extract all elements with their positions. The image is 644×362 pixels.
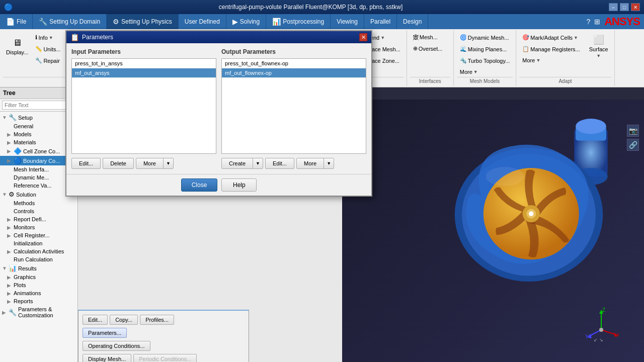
output-btn-row: Create ▼ Edit... More ▼: [221, 158, 366, 169]
display-button[interactable]: 🖥 Display...: [3, 32, 31, 60]
menu-tab-postprocessing[interactable]: 📊 Postprocessing: [266, 14, 331, 29]
display-mesh-button[interactable]: Display Mesh...: [83, 354, 131, 362]
output-params-header: Output Parameters: [221, 48, 366, 55]
tree-item-methods[interactable]: Methods: [0, 199, 77, 207]
minimize-button[interactable]: –: [609, 3, 618, 11]
tree-item-plots[interactable]: ▶ Plots: [0, 281, 77, 289]
copy-bc-button[interactable]: Copy...: [110, 315, 138, 325]
edit-bc-button[interactable]: Edit...: [83, 315, 108, 325]
dynamic-mesh-button[interactable]: 🌀 Dynamic Mesh...: [457, 32, 513, 43]
turbo-topology-button[interactable]: 🔩 Turbo Topology...: [457, 55, 513, 66]
axis-svg: Z X Y ↙ ↘: [584, 307, 619, 342]
tree-item-controls[interactable]: Controls: [0, 207, 77, 215]
tree-item-monitors[interactable]: ▶ Monitors: [0, 223, 77, 231]
output-more-button[interactable]: More: [297, 158, 324, 168]
cell-zone-icon: 🔷: [14, 147, 22, 155]
output-create-button[interactable]: Create: [222, 158, 253, 168]
menu-tab-viewing[interactable]: Viewing: [331, 14, 364, 29]
solution-expand-icon: ▼: [2, 192, 7, 197]
mesh-iface-icon: 🕸: [413, 34, 419, 40]
tree-filter-input[interactable]: [2, 101, 75, 110]
mark-icon: 🎯: [522, 34, 529, 41]
tree-item-reports[interactable]: ▶ Reports: [0, 297, 77, 305]
profiles-button[interactable]: Profiles...: [140, 315, 174, 325]
tree-item-results[interactable]: ▼ 📊 Results: [0, 263, 77, 273]
output-more-group: More ▼: [296, 158, 334, 169]
menu-tab-solving[interactable]: ▶ Solving: [226, 14, 266, 29]
bc-display-row: Display Mesh... Periodic Conditions...: [83, 354, 245, 362]
turbo-icon: 🔩: [460, 57, 467, 64]
help-icon[interactable]: ?: [586, 18, 590, 26]
output-param-item-1[interactable]: mf_out_flownex-op: [222, 68, 366, 78]
ribbon-adapt-group: 🎯 Mark/Adapt Cells ▼ 📋 Manage Registers.…: [516, 30, 614, 86]
input-params-list[interactable]: press_tot_in_ansys mf_out_ansys: [71, 58, 216, 154]
output-create-arrow[interactable]: ▼: [253, 158, 263, 168]
menu-tab-file[interactable]: 📄 File: [0, 14, 33, 29]
bc-params-row: Parameters...: [83, 328, 245, 338]
menu-tab-user-defined[interactable]: User Defined: [179, 14, 226, 29]
mark-adapt-button[interactable]: 🎯 Mark/Adapt Cells ▼: [519, 32, 583, 43]
input-param-item-1[interactable]: mf_out_ansys: [72, 68, 216, 78]
window-close-button[interactable]: ✕: [631, 3, 640, 11]
output-edit-button[interactable]: Edit...: [265, 158, 294, 169]
window-title: centrifugal-pump-volute Parallel Fluent@…: [13, 4, 609, 11]
mark-arrow: ▼: [574, 35, 578, 40]
input-more-arrow[interactable]: ▼: [164, 158, 173, 168]
3d-viewport[interactable]: 📷 🔗 Z X Y: [342, 100, 644, 362]
menu-tab-setup-domain[interactable]: 🔧 Setting Up Domain: [33, 14, 107, 29]
help-button[interactable]: Help: [221, 178, 257, 192]
close-button[interactable]: Close: [181, 178, 218, 192]
output-more-arrow[interactable]: ▼: [324, 158, 334, 168]
display-icon: 🖥: [13, 38, 22, 48]
tree-item-graphics[interactable]: ▶ Graphics: [0, 273, 77, 281]
operating-conditions-button[interactable]: Operating Conditions...: [83, 341, 150, 351]
tree-item-initialization[interactable]: Initialization: [0, 239, 77, 247]
menu-tab-design[interactable]: Design: [397, 14, 428, 29]
overset-icon: ⊕: [413, 45, 418, 52]
parameters-dialog: 📋 Parameters ✕ Input Parameters press_to…: [65, 30, 372, 197]
pump-3d-view: [443, 110, 634, 301]
params-dialog-close[interactable]: ✕: [359, 33, 367, 41]
surface-icon: ⬜: [593, 34, 604, 45]
parameters-button[interactable]: Parameters...: [83, 328, 127, 338]
svg-text:Y: Y: [585, 334, 589, 339]
input-params-column: Input Parameters press_tot_in_ansys mf_o…: [71, 48, 216, 169]
tree-item-report-def[interactable]: ▶ Report Defi...: [0, 215, 77, 223]
input-more-button[interactable]: More: [136, 158, 164, 168]
setup-icon: 🔧: [9, 114, 17, 121]
maximize-button[interactable]: □: [620, 3, 629, 11]
postprocessing-icon: 📊: [272, 18, 281, 26]
link-button[interactable]: 🔗: [627, 139, 639, 151]
manage-registers-button[interactable]: 📋 Manage Registers...: [519, 44, 583, 54]
input-edit-button[interactable]: Edit...: [71, 158, 101, 169]
overset-button[interactable]: ⊕ Overset...: [410, 43, 450, 54]
tree-item-run-calc[interactable]: Run Calculation: [0, 255, 77, 263]
menu-tab-setup-physics[interactable]: ⚙ Setting Up Physics: [107, 14, 179, 29]
menu-tab-parallel[interactable]: Parallel: [364, 14, 397, 29]
repair-icon: 🔧: [35, 57, 42, 64]
ansys-logo: ANSYS: [604, 15, 640, 28]
mesh-interface-button[interactable]: 🕸 Mesh...: [410, 32, 450, 42]
tree-item-params-custom[interactable]: ▶ 🔧 Parameters & Customization: [0, 305, 77, 319]
output-params-list[interactable]: press_tot_out_flownex-op mf_out_flownex-…: [221, 58, 366, 154]
physics-icon: ⚙: [113, 18, 119, 26]
periodic-conditions-button[interactable]: Periodic Conditions...: [133, 354, 197, 362]
more-mesh-button[interactable]: More ▼: [457, 67, 513, 77]
svg-point-8: [529, 211, 534, 216]
dynamic-mesh-icon: 🌀: [460, 34, 467, 41]
tree-item-animations[interactable]: ▶ Animations: [0, 289, 77, 297]
input-param-item-0[interactable]: press_tot_in_ansys: [72, 59, 216, 68]
tree-item-cell-register[interactable]: ▶ Cell Register...: [0, 231, 77, 239]
camera-button[interactable]: 📷: [627, 125, 639, 137]
layout-icon[interactable]: ⊞: [594, 18, 600, 26]
more-adapt-button[interactable]: More ▼: [519, 55, 583, 65]
tree-item-calc-activities[interactable]: ▶ Calculation Activities: [0, 247, 77, 255]
append-arrow: ▼: [380, 35, 385, 40]
ribbon-mesh-models-group: 🌀 Dynamic Mesh... 🌊 Mixing Planes... 🔩 T…: [454, 30, 517, 86]
input-delete-button[interactable]: Delete: [103, 158, 134, 169]
surface-button[interactable]: ⬜ Surface ▼: [586, 32, 611, 60]
output-param-item-0[interactable]: press_tot_out_flownex-op: [222, 59, 366, 68]
file-icon: 📄: [6, 18, 15, 26]
mixing-planes-button[interactable]: 🌊 Mixing Planes...: [457, 44, 513, 54]
mixing-icon: 🌊: [460, 46, 467, 52]
